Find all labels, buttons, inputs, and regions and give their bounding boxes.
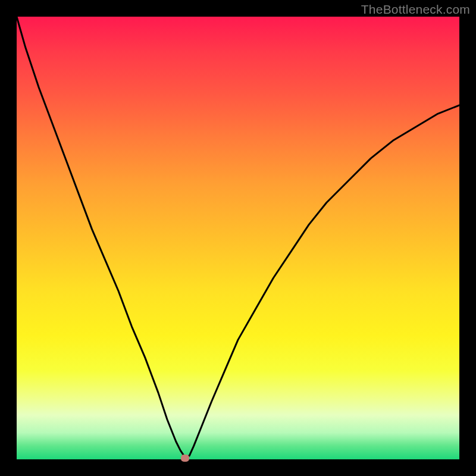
- plot-area: [17, 17, 459, 459]
- watermark-text: TheBottleneck.com: [361, 2, 470, 17]
- chart-frame: TheBottleneck.com: [0, 0, 476, 476]
- bottleneck-curve: [17, 17, 459, 459]
- minimum-marker: [181, 455, 189, 462]
